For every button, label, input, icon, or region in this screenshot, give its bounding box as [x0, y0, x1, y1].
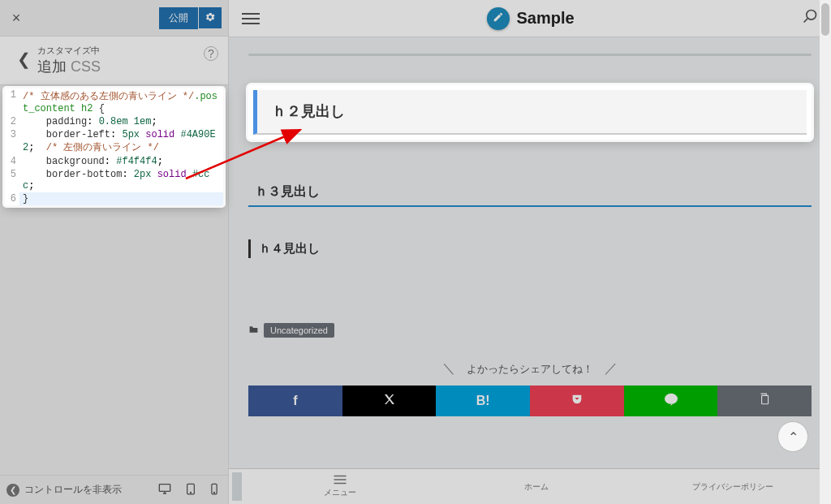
bottom-nav-privacy-label: プライバシーポリシー	[692, 481, 773, 493]
menu-icon	[333, 475, 347, 486]
slash-decoration-right: ／	[605, 361, 618, 375]
bottom-nav-menu-label: メニュー	[324, 487, 356, 498]
mobile-icon[interactable]	[210, 483, 218, 498]
chevron-left-icon: ❮	[10, 485, 16, 494]
scrollbar-thumb[interactable]	[821, 3, 829, 36]
gear-icon	[205, 11, 216, 25]
share-facebook-button[interactable]: f	[248, 386, 342, 416]
copy-icon	[759, 393, 770, 409]
decorative-line	[248, 54, 812, 56]
help-button[interactable]: ?	[204, 46, 218, 61]
customizer-section-header: ❮ カスタマイズ中 追加 CSS ?	[0, 37, 228, 85]
bottom-nav-menu[interactable]: メニュー	[242, 469, 438, 504]
section-title-suffix: CSS	[71, 58, 101, 75]
share-hatena-button[interactable]: B!	[436, 386, 530, 416]
bottom-nav-home[interactable]: ホーム	[438, 469, 635, 504]
h2-preview-card: ｈ２見出し	[248, 85, 812, 140]
back-button[interactable]: ❮	[10, 50, 37, 69]
svg-point-4	[214, 492, 215, 493]
h4-sample-heading: ｈ４見出し	[248, 239, 812, 258]
section-title: 追加 CSS	[37, 57, 204, 76]
section-title-prefix: 追加	[37, 58, 67, 75]
close-customizer-button[interactable]: ×	[6, 10, 26, 27]
customizer-panel: × 公開 ❮ カスタマイズ中 追加 CSS ? 1/* 立体感のある左側の青いラ…	[0, 0, 229, 504]
chevron-left-icon: ❮	[17, 50, 31, 69]
pencil-icon	[493, 11, 504, 25]
chevron-up-icon: ⌃	[788, 429, 799, 445]
customizer-top-bar: × 公開	[0, 0, 228, 37]
customizing-label: カスタマイズ中	[37, 45, 204, 57]
menu-toggle-button[interactable]	[242, 13, 260, 24]
hatena-icon: B!	[476, 394, 490, 408]
share-line-button[interactable]	[624, 386, 718, 416]
publish-settings-button[interactable]	[199, 7, 222, 28]
category-badge[interactable]: Uncategorized	[264, 323, 334, 338]
scroll-to-top-button[interactable]: ⌃	[777, 421, 808, 452]
svg-point-2	[191, 492, 192, 493]
facebook-icon: f	[293, 394, 297, 408]
bottom-nav: メニュー ホーム プライバシーポリシー	[229, 468, 831, 504]
bottom-nav-home-label: ホーム	[524, 481, 549, 493]
share-x-button[interactable]	[342, 386, 437, 416]
h3-sample-heading: ｈ３見出し	[248, 179, 812, 207]
share-text: よかったらシェアしてね！	[467, 363, 593, 375]
folder-icon	[248, 324, 259, 336]
line-icon	[664, 393, 678, 409]
search-icon	[802, 10, 818, 28]
share-pocket-button[interactable]	[530, 386, 624, 416]
tablet-icon[interactable]	[186, 483, 196, 498]
help-icon: ?	[208, 47, 214, 60]
category-row: Uncategorized	[248, 323, 812, 338]
customizer-footer: ❮ コントロールを非表示	[0, 475, 228, 504]
edit-shortcut-button[interactable]	[487, 7, 510, 30]
slash-decoration-left: ＼	[442, 361, 455, 375]
preview-body: ｈ２見出し ｈ３見出し ｈ４見出し Uncategorized ＼ よかったらシ…	[229, 37, 831, 468]
vertical-scrollbar[interactable]	[820, 0, 831, 504]
pocket-icon	[571, 393, 583, 409]
x-icon	[383, 393, 396, 409]
svg-rect-7	[762, 395, 769, 403]
site-preview: Sample ｈ２見出し ｈ３見出し ｈ４見出し Uncategorized ＼…	[229, 0, 831, 504]
css-code-editor[interactable]: 1/* 立体感のある左側の青いライン */.post_content h2 { …	[5, 88, 223, 205]
hide-controls-label[interactable]: コントロールを非表示	[24, 483, 122, 497]
desktop-icon[interactable]	[158, 483, 171, 498]
svg-point-5	[807, 11, 816, 20]
site-title[interactable]: Sample	[516, 9, 574, 28]
collapse-controls-button[interactable]: ❮	[6, 484, 19, 497]
bottom-nav-privacy[interactable]: プライバシーポリシー	[635, 469, 831, 504]
svg-rect-0	[159, 484, 170, 491]
device-preview-switcher	[158, 483, 222, 498]
hamburger-icon	[242, 13, 260, 15]
publish-button[interactable]: 公開	[159, 7, 198, 29]
svg-point-6	[665, 394, 678, 404]
share-buttons-row: f B!	[248, 386, 812, 416]
share-prompt: ＼ よかったらシェアしてね！ ／	[248, 360, 812, 377]
search-button[interactable]	[802, 8, 818, 28]
share-copy-button[interactable]	[717, 386, 812, 416]
preview-header: Sample	[229, 0, 831, 37]
nav-accent-stripe	[232, 472, 242, 501]
h2-sample-heading: ｈ２見出し	[253, 90, 807, 135]
